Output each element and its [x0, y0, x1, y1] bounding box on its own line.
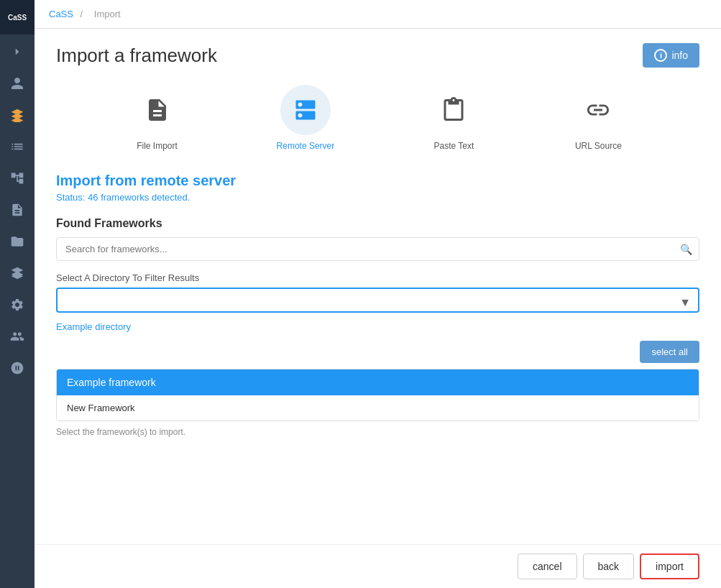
remote-server-icon [280, 85, 331, 135]
page-title: Import a framework [56, 45, 217, 67]
import-method-tabs: File Import Remote Server Paste Text URL… [56, 85, 699, 151]
page-header: Import a framework i info [56, 43, 699, 68]
file-import-label: File Import [137, 141, 178, 151]
select-all-row: select all [56, 341, 699, 363]
back-button[interactable]: back [583, 553, 635, 579]
breadcrumb: CaSS / Import [35, 0, 721, 29]
example-directory-link[interactable]: Example directory [56, 321, 699, 332]
breadcrumb-separator: / [81, 9, 83, 19]
framework-group-header[interactable]: Example framework [57, 369, 699, 395]
section-title: Import from remote server [56, 173, 699, 189]
sidebar-item-settings[interactable] [0, 290, 35, 319]
info-button[interactable]: i info [643, 43, 699, 68]
tab-paste-text[interactable]: Paste Text [428, 85, 479, 151]
import-button[interactable]: import [640, 553, 699, 579]
content-area: Import a framework i info File Import Re… [35, 29, 721, 544]
paste-text-label: Paste Text [433, 141, 474, 151]
breadcrumb-current: Import [94, 9, 121, 19]
sidebar-item-file[interactable] [0, 196, 35, 224]
directory-select[interactable]: Example directory [56, 288, 699, 313]
found-frameworks-label: Found Frameworks [56, 217, 699, 230]
sidebar-item-people[interactable] [0, 322, 35, 351]
sidebar-item-layers[interactable] [0, 101, 35, 129]
tab-url-source[interactable]: URL Source [573, 85, 623, 151]
sidebar-item-list[interactable] [0, 132, 35, 161]
logo-text: CaSS [8, 14, 27, 22]
sidebar-item-group[interactable] [0, 354, 35, 382]
search-wrapper: 🔍 [56, 237, 699, 261]
info-icon: i [654, 49, 667, 62]
info-button-label: info [671, 50, 688, 61]
sidebar-item-stack[interactable] [0, 259, 35, 288]
sidebar-toggle-button[interactable] [0, 37, 35, 66]
directory-filter-label: Select A Directory To Filter Results [56, 272, 699, 283]
search-icon: 🔍 [680, 244, 692, 255]
section-status: Status: 46 frameworks detected. [56, 192, 699, 203]
footer-buttons: cancel back import [35, 544, 721, 588]
sidebar-item-hierarchy[interactable] [0, 164, 35, 193]
file-import-icon [132, 85, 183, 135]
sidebar-item-folder[interactable] [0, 227, 35, 256]
select-help-text: Select the framework(s) to import. [56, 427, 699, 437]
search-input[interactable] [56, 237, 699, 261]
sidebar-logo: CaSS [0, 0, 35, 35]
sidebar: CaSS [0, 0, 35, 588]
main-content: CaSS / Import Import a framework i info … [35, 0, 721, 588]
select-all-button[interactable]: select all [640, 341, 699, 363]
list-item[interactable]: New Framework [57, 395, 699, 421]
url-source-icon [573, 85, 623, 135]
directory-select-wrapper: Example directory ▼ [56, 288, 699, 317]
framework-list-inner: Example framework New Framework [57, 369, 699, 421]
cancel-button[interactable]: cancel [518, 553, 577, 579]
remote-server-label: Remote Server [277, 141, 335, 151]
paste-text-icon [428, 85, 479, 135]
tab-file-import[interactable]: File Import [132, 85, 183, 151]
url-source-label: URL Source [575, 141, 622, 151]
tab-remote-server[interactable]: Remote Server [277, 85, 335, 151]
sidebar-item-user[interactable] [0, 69, 35, 98]
framework-list: Example framework New Framework [56, 369, 699, 421]
breadcrumb-root[interactable]: CaSS [49, 9, 73, 19]
